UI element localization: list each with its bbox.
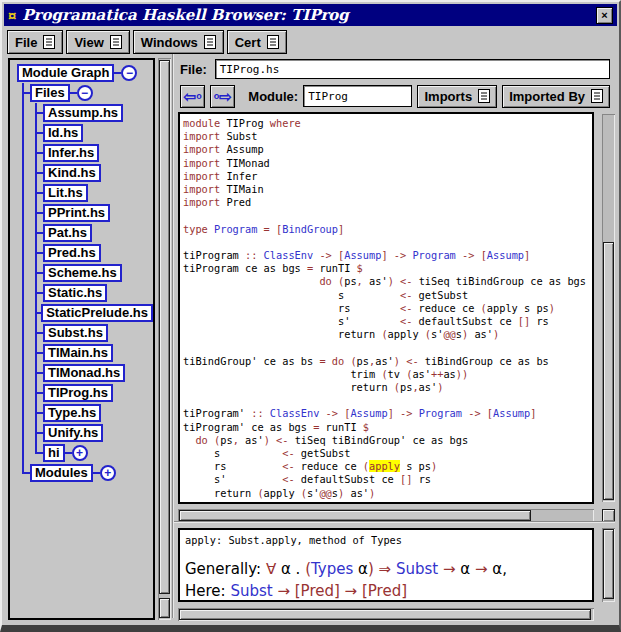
file-node-label[interactable]: PPrint.hs (43, 204, 110, 222)
info-vscrollbar[interactable] (602, 528, 615, 602)
identifier-info-panel[interactable]: apply: Subst.apply, method of TypesGener… (178, 528, 594, 602)
file-node-label[interactable]: Assump.hs (43, 104, 123, 122)
file-node-label[interactable]: Pat.hs (43, 224, 92, 242)
tree-node-file[interactable]: Assump.hs (43, 103, 153, 123)
code-line: s <- getSubst (183, 447, 592, 460)
file-node-label[interactable]: TIProg.hs (43, 384, 113, 402)
modules-group-label[interactable]: Modules (30, 464, 93, 482)
file-node-label[interactable]: Subst.hs (43, 324, 108, 342)
module-graph-collapse-toggle[interactable]: − (121, 65, 137, 81)
code-line (183, 236, 592, 249)
code-line: tiProgram :: ClassEnv -> [Assump] -> Pro… (183, 249, 592, 262)
tree-node-file[interactable]: StaticPrelude.hs (43, 303, 153, 323)
code-line: tiProgram' ce as bgs = runTI $ (183, 421, 592, 434)
code-hscrollbar-thumb[interactable] (179, 510, 531, 521)
menu-file[interactable]: File (7, 30, 63, 54)
tree-node-file[interactable]: Pred.hs (43, 243, 153, 263)
file-node-label[interactable]: Kind.hs (43, 164, 101, 182)
tree-node-file[interactable]: Infer.hs (43, 143, 153, 163)
tree-node-file[interactable]: TIProg.hs (43, 383, 153, 403)
code-line: tiProgram' :: ClassEnv -> [Assump] -> Pr… (183, 407, 592, 420)
tree-node-file[interactable]: Id.hs (43, 123, 153, 143)
app-window: ¤ Programatica Haskell Browser: TIProg ×… (0, 0, 621, 632)
tree-line (35, 103, 37, 453)
module-name-field[interactable]: TIProg (303, 85, 412, 107)
code-line: tiBindGroup' ce as bs = do (ps,as') <- t… (183, 355, 592, 368)
code-line: tiProgram ce as bgs = runTI $ (183, 262, 592, 275)
tree-vscrollbar-thumb[interactable] (159, 60, 170, 594)
hi-node-label[interactable]: hi (43, 444, 65, 462)
code-line: rs <- reduce ce (apply s ps) (183, 460, 592, 473)
menu-icon (43, 35, 55, 49)
info-line: Here: Subst → [Pred] → [Pred] (185, 580, 587, 602)
code-vscrollbar-thumb[interactable] (603, 242, 614, 500)
file-node-label[interactable]: Unify.hs (43, 424, 103, 442)
back-arrow-dot: o (196, 92, 202, 101)
file-node-label[interactable]: StaticPrelude.hs (41, 304, 153, 322)
files-group-label[interactable]: Files (30, 84, 70, 102)
code-line: do (ps, as') <- tiSeq tiBindGroup' ce as… (183, 434, 592, 447)
imported-by-button[interactable]: Imported By (502, 85, 610, 108)
tree-node-file[interactable]: Scheme.hs (43, 263, 153, 283)
file-node-label[interactable]: Infer.hs (43, 144, 99, 162)
menu-view[interactable]: View (66, 30, 129, 54)
back-button[interactable]: ⇦ o (180, 85, 205, 108)
tree-node-file[interactable]: Lit.hs (43, 183, 153, 203)
tree-node-file[interactable]: Kind.hs (43, 163, 153, 183)
modules-expand-toggle[interactable]: + (100, 465, 116, 481)
imports-button[interactable]: Imports (417, 85, 497, 108)
menu-windows[interactable]: Windows (133, 30, 224, 54)
back-arrow-icon: ⇦ (184, 89, 197, 104)
file-name-field[interactable]: TIProg.hs (215, 59, 610, 79)
tree-node-file[interactable]: TIMonad.hs (43, 363, 153, 383)
menu-icon (110, 35, 122, 49)
forward-button[interactable]: o ⇨ (210, 85, 235, 108)
file-node-label[interactable]: Lit.hs (43, 184, 88, 202)
file-list: Assump.hs Id.hs Infer.hs Kind.hs Lit.hs … (43, 103, 153, 443)
code-line: import Pred (183, 196, 592, 209)
info-hscrollbar[interactable] (178, 608, 594, 621)
file-node-label[interactable]: TIMain.hs (43, 344, 113, 362)
file-node-label[interactable]: Pred.hs (43, 244, 101, 262)
imports-label: Imports (424, 89, 472, 104)
tree-node-files[interactable]: Files − (30, 83, 153, 103)
code-line: return (ps,as') (183, 381, 592, 394)
module-graph-label[interactable]: Module Graph (17, 64, 114, 82)
menu-icon (478, 89, 490, 103)
tree-node-file[interactable]: Pat.hs (43, 223, 153, 243)
tree-node-file[interactable]: Type.hs (43, 403, 153, 423)
code-line: trim (tv (as'++as)) (183, 368, 592, 381)
tree-node-file[interactable]: TIMain.hs (43, 343, 153, 363)
window-title: Programatica Haskell Browser: TIProg (22, 6, 348, 24)
file-node-label[interactable]: Scheme.hs (43, 264, 122, 282)
menu-view-label: View (74, 35, 103, 50)
tree-node-file[interactable]: Subst.hs (43, 323, 153, 343)
hi-expand-toggle[interactable]: + (72, 445, 88, 461)
close-button[interactable]: × (596, 7, 613, 24)
tree-node-file[interactable]: Unify.hs (43, 423, 153, 443)
info-vscrollbar-thumb[interactable] (603, 529, 614, 599)
tree-node-modules[interactable]: Modules + (30, 463, 153, 483)
file-node-label[interactable]: Static.hs (43, 284, 107, 302)
code-line: import Assump (183, 143, 592, 156)
file-node-label[interactable]: TIMonad.hs (43, 364, 125, 382)
tree-node-file[interactable]: PPrint.hs (43, 203, 153, 223)
title-bar: ¤ Programatica Haskell Browser: TIProg × (4, 4, 617, 26)
tree-node-hi[interactable]: hi + (43, 443, 153, 463)
tree-vscrollbar[interactable] (158, 58, 171, 620)
tree-node-module-graph[interactable]: Module Graph − (17, 63, 153, 83)
info-hscrollbar-thumb[interactable] (179, 609, 591, 620)
file-node-label[interactable]: Id.hs (43, 124, 83, 142)
code-vscrollbar[interactable] (602, 114, 615, 502)
files-collapse-toggle[interactable]: − (77, 85, 93, 101)
code-line: s <- getSubst (183, 289, 592, 302)
file-node-label[interactable]: Type.hs (43, 404, 101, 422)
code-line: return (apply (s'@@s) as') (183, 487, 592, 500)
tree-vscrollbar-end[interactable] (159, 598, 170, 618)
file-bar: File: TIProg.hs (180, 59, 610, 79)
code-view[interactable]: module TIProg whereimport Substimport As… (178, 112, 594, 504)
tree-node-file[interactable]: Static.hs (43, 283, 153, 303)
code-line: rs <- reduce ce (apply s ps) (183, 302, 592, 315)
code-line: do (ps, as') <- tiSeq tiBindGroup ce as … (183, 275, 592, 288)
menu-cert[interactable]: Cert (227, 30, 287, 54)
